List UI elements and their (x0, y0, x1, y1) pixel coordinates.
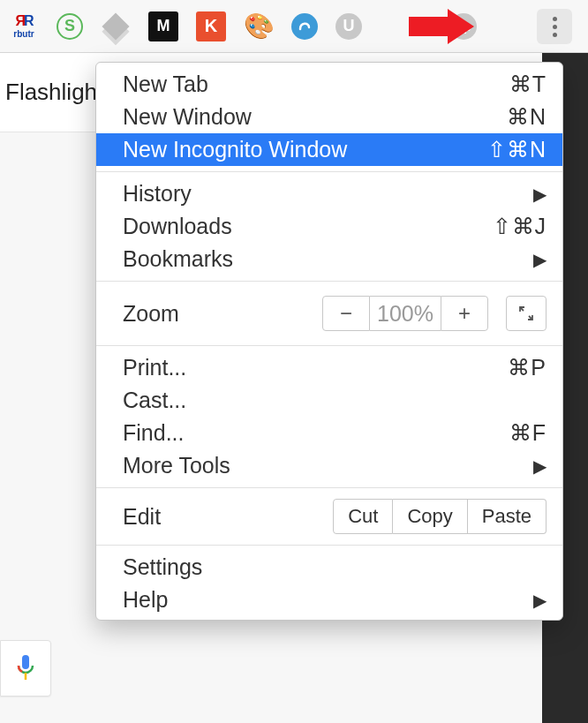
kebab-dot-icon (553, 25, 557, 29)
menu-divider (96, 345, 562, 346)
edit-cut-button[interactable]: Cut (333, 499, 393, 534)
menu-item-label: Cast... (123, 388, 186, 413)
submenu-arrow-icon: ▶ (533, 590, 547, 611)
menu-item-cast[interactable]: Cast... (96, 384, 562, 417)
menu-item-new-incognito-window[interactable]: New Incognito Window ⇧⌘N (96, 133, 562, 166)
menu-item-label: New Window (123, 104, 252, 130)
kebab-dot-icon (553, 17, 557, 21)
menu-item-new-tab[interactable]: New Tab ⌘T (96, 68, 562, 101)
submenu-arrow-icon: ▶ (533, 456, 547, 477)
kebab-dot-icon (553, 33, 557, 37)
menu-item-zoom: Zoom − 100% + (96, 287, 562, 340)
menu-item-label: New Incognito Window (123, 137, 347, 162)
extension-palette-icon[interactable]: 🎨 (244, 11, 274, 41)
menu-item-label: Bookmarks (123, 246, 233, 272)
menu-item-bookmarks[interactable]: Bookmarks ▶ (96, 243, 562, 275)
extension-k-icon[interactable]: K (196, 11, 226, 41)
menu-item-help[interactable]: Help ▶ (96, 584, 562, 616)
menu-item-label: Settings (123, 554, 202, 580)
microphone-icon (14, 653, 37, 683)
menu-item-label: More Tools (123, 453, 230, 478)
menu-item-edit: Edit Cut Copy Paste (96, 493, 562, 539)
menu-divider (96, 487, 562, 488)
menu-shortcut: ⇧⌘J (493, 214, 547, 239)
zoom-value: 100% (370, 296, 441, 331)
extension-circle-s-icon[interactable]: S (57, 13, 83, 40)
submenu-arrow-icon: ▶ (533, 184, 547, 205)
menu-item-label: History (123, 181, 192, 207)
edit-copy-button[interactable]: Copy (393, 499, 467, 534)
menu-divider (96, 545, 562, 546)
chrome-menu-button[interactable] (537, 9, 572, 44)
fullscreen-icon (517, 305, 535, 322)
menu-item-find[interactable]: Find... ⌘F (96, 417, 562, 449)
edit-paste-button[interactable]: Paste (468, 499, 547, 534)
menu-item-downloads[interactable]: Downloads ⇧⌘J (96, 210, 562, 243)
menu-item-label: Find... (123, 420, 184, 446)
svg-rect-0 (22, 655, 29, 669)
menu-item-label: Edit (123, 504, 161, 530)
submenu-arrow-icon: ▶ (533, 249, 547, 270)
annotation-red-arrow (409, 9, 475, 44)
menu-divider (96, 281, 562, 282)
extension-diamond-icon[interactable] (101, 11, 131, 41)
menu-item-label: Downloads (123, 214, 232, 239)
menu-shortcut: ⌘N (507, 104, 547, 130)
menu-item-more-tools[interactable]: More Tools ▶ (96, 449, 562, 482)
menu-shortcut: ⌘T (509, 72, 547, 97)
menu-shortcut: ⇧⌘N (487, 137, 547, 162)
zoom-out-button[interactable]: − (322, 296, 370, 331)
fullscreen-button[interactable] (506, 296, 547, 331)
menu-item-print[interactable]: Print... ⌘P (96, 351, 562, 384)
menu-divider (96, 171, 562, 172)
extension-rbutr-icon[interactable]: ЯR rbutr (9, 11, 39, 41)
menu-shortcut: ⌘F (509, 420, 547, 446)
chrome-main-menu: New Tab ⌘T New Window ⌘N New Incognito W… (95, 62, 563, 621)
menu-item-label: New Tab (123, 72, 208, 97)
menu-item-label: Zoom (123, 301, 179, 327)
menu-item-new-window[interactable]: New Window ⌘N (96, 101, 562, 133)
menu-item-history[interactable]: History ▶ (96, 177, 562, 210)
voice-search-button[interactable] (0, 640, 51, 697)
browser-toolbar: ЯR rbutr S M K 🎨 U dp (0, 0, 588, 53)
menu-item-label: Help (123, 587, 168, 613)
menu-item-settings[interactable]: Settings (96, 551, 562, 584)
zoom-in-button[interactable]: + (441, 296, 488, 331)
extension-m-icon[interactable]: M (148, 11, 178, 41)
extension-blue-circle-icon[interactable] (291, 13, 318, 40)
menu-shortcut: ⌘P (508, 355, 547, 380)
extension-u-icon[interactable]: U (335, 13, 362, 40)
menu-item-label: Print... (123, 355, 186, 380)
